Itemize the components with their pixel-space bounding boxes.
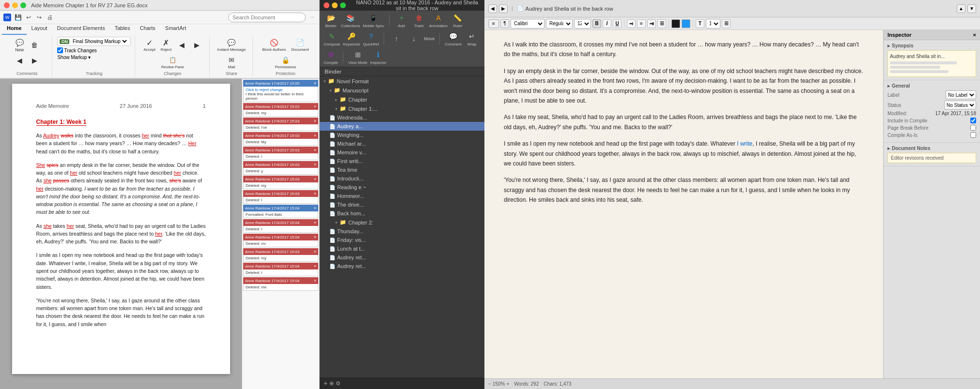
editor-main[interactable]: As I walk into the classroom, it crosses… [484,30,883,378]
status-select[interactable]: No Status [944,101,976,109]
comment-1-action[interactable]: Click to reject change [246,88,316,92]
mail-btn[interactable]: ✉ Mail [225,54,238,70]
binder-item-weighing[interactable]: 📄 Weighing... [320,131,484,139]
bold-btn[interactable]: B [592,19,601,28]
binder-item-chapter2[interactable]: ▾ 📁 Chapter 2: [320,218,484,227]
delete-comment-btn[interactable]: 🗑 [28,39,41,51]
mid-maximize-btn[interactable] [340,2,346,8]
italic-btn[interactable]: I [603,19,611,28]
binder-item-audrey-ret2[interactable]: 📄 Audrey ret... [320,262,484,270]
binder-item-lunch[interactable]: 📄 Lunch at t... [320,244,484,253]
align-right-btn[interactable]: ⫥ [647,19,656,28]
binder-btn[interactable]: 📂 Binder [324,13,338,28]
inspector-btn[interactable]: ℹ Inspector [370,49,386,65]
line-spacing-select[interactable]: 1.5 [706,19,720,29]
label-select[interactable]: No Label [946,90,976,99]
comment-11-close[interactable]: × [314,235,316,239]
comment-6-close[interactable]: × [314,162,316,167]
binder-item-wednesday[interactable]: 📄 Wednesda... [320,113,484,122]
wrap-btn[interactable]: ↵ Wrap [465,31,479,46]
binder-item-homework[interactable]: 📄 Homewor... [320,192,484,200]
zoom-minus-btn[interactable]: − [488,381,491,387]
inspector-note[interactable]: Editor revisions received [887,153,976,163]
align-left-btn[interactable]: ⫤ [627,19,636,28]
instant-message-btn[interactable]: 💬 Instant Message [215,37,248,53]
comment-12-close[interactable]: × [314,249,316,254]
format-paragraph-btn[interactable]: ¶ [500,19,509,28]
add-btn[interactable]: ＋ Add [394,13,409,28]
list-btn[interactable]: ☰ [722,19,731,28]
highlight-color-swatch[interactable] [682,19,690,28]
comment-14-close[interactable]: × [314,278,316,283]
binder-item-memoire[interactable]: 📄 Memoire v... [320,148,484,157]
redo-icon[interactable]: ↪ [35,14,43,21]
page-break-checkbox[interactable] [970,125,976,131]
binder-item-firstwriting[interactable]: 📄 First writi... [320,157,484,165]
document-btn[interactable]: 📄 Document [289,37,311,53]
keywords-btn[interactable]: 🔑 Keywords [343,31,360,46]
quickref-btn[interactable]: ? QuickRef [363,31,379,46]
binder-item-manuscript[interactable]: ▾ 📁 Manuscript [320,86,484,95]
text-color-swatch[interactable] [671,19,680,28]
block-authors-btn[interactable]: 🚫 Block Authors [260,37,288,53]
comment-8-close[interactable]: × [314,191,316,196]
new-comment-btn[interactable]: 💬 New [13,37,26,53]
binder-item-reading[interactable]: 📄 Reading e ~ [320,183,484,192]
trash-btn[interactable]: 🗑 Trash [412,13,426,28]
down-btn[interactable]: ▼ [967,4,976,13]
comment-13-close[interactable]: × [314,264,316,269]
comment-10-close[interactable]: × [314,220,316,225]
mid-close-btn[interactable] [324,2,329,8]
reject-btn[interactable]: ✗ Reject [159,37,174,53]
tab-charts[interactable]: Charts [135,24,160,35]
comment-3-close[interactable]: × [314,119,316,123]
zoom-plus-btn[interactable]: + [506,381,509,387]
font-select[interactable]: Calibri [511,19,544,29]
prev-comment-btn[interactable]: ◀ [13,55,26,66]
nav-back-btn[interactable]: ◀ [488,4,497,13]
tab-document-elements[interactable]: Document Elements [52,24,110,35]
save-icon[interactable]: 💾 [14,14,22,21]
align-justify-btn[interactable]: ☰ [657,19,666,28]
binder-item-chapter[interactable]: ▸ 📁 Chapter [320,95,484,104]
comment-4-close[interactable]: × [314,133,316,138]
indent-btn[interactable]: T [696,19,704,28]
binder-item-drive[interactable]: 📄 The drive... [320,200,484,209]
align-center-btn[interactable]: ≡ [637,19,646,28]
next-change-btn[interactable]: ▶ [190,39,203,51]
move-right-btn[interactable]: ↓ [406,33,421,44]
annotation-btn[interactable]: A Annotation [429,13,448,28]
add-binder-btn[interactable]: + [324,379,327,387]
view-mode-btn[interactable]: ⊞ View Mode [348,49,367,65]
include-compile-checkbox[interactable] [970,118,976,123]
binder-item-michael[interactable]: 📄 Michael ar... [320,139,484,148]
move-left-btn[interactable]: ↑ [389,33,404,44]
review-pane-btn[interactable]: 📋 Review Pane [159,54,186,70]
tab-home[interactable]: Home [2,24,27,35]
comment-9-close[interactable]: × [314,206,316,210]
compile-as-checkbox[interactable] [970,132,976,138]
expand-icon[interactable]: ⋯ [308,14,316,21]
next-comment-btn[interactable]: ▶ [28,55,41,66]
inspector-close-btn[interactable]: × [973,32,976,38]
zoom-in-btn[interactable]: ⊕ [329,380,334,387]
up-btn[interactable]: ▲ [957,4,965,13]
show-markup-btn[interactable]: Show Markup ▾ [57,55,90,60]
binder-item-audrey[interactable]: 📄 Audrey a... [320,122,484,131]
mid-minimize-btn[interactable] [332,2,338,8]
search-input[interactable] [228,13,306,22]
track-changes-toggle[interactable]: ON Final Showing Markup Final Original [57,37,131,46]
nav-forward-btn[interactable]: ▶ [499,4,508,13]
maximize-btn[interactable] [20,2,26,8]
binder-item-chapter1[interactable]: ▾ 📁 Chapter 1:... [320,104,484,113]
prev-change-btn[interactable]: ◀ [175,39,188,51]
comment-1-close[interactable]: × [314,81,316,86]
undo-icon[interactable]: ↩ [25,14,32,21]
binder-item-novel-format[interactable]: ▾ 📁 Novel Format [320,76,484,86]
comment-7-close[interactable]: × [314,177,316,181]
binder-item-teatime[interactable]: 📄 Tea time [320,165,484,174]
comment-2-close[interactable]: × [314,104,316,109]
tab-smartart[interactable]: SmartArt [160,24,191,35]
binder-item-audrey-ret1[interactable]: 📄 Audrey ret... [320,253,484,262]
size-select[interactable]: 12 [574,19,591,29]
